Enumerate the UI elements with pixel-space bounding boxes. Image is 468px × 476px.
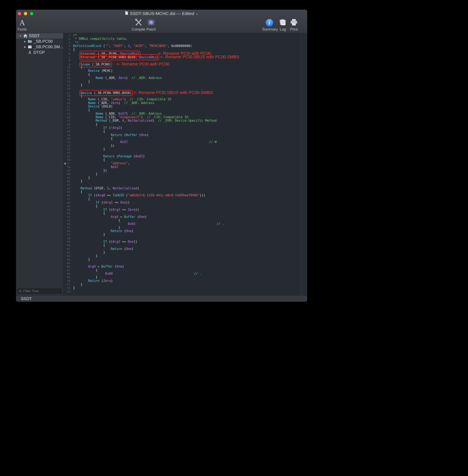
code-token: "MCHCSBUS"	[148, 44, 167, 48]
code-token: Device	[88, 69, 100, 73]
toolbar-button-compile[interactable]: Compile	[131, 18, 146, 32]
code-token: {	[73, 211, 105, 215]
code-token	[132, 91, 133, 95]
code-line: 29 Return (Buffer (One)	[63, 133, 300, 137]
toolbar-label: Compile	[131, 27, 146, 32]
line-number: 25	[63, 119, 72, 122]
device-icon	[27, 45, 32, 49]
code-token: // _ADR: Address	[132, 112, 162, 116]
code-token	[113, 272, 194, 276]
info-icon: i	[265, 19, 273, 27]
line-number: 10	[63, 66, 72, 69]
code-token: Method	[81, 187, 92, 190]
code-token: (_DSM,	[107, 119, 122, 122]
scrollbar-track[interactable]	[300, 33, 307, 296]
code-token: // _DSM: Device-Specific Method	[158, 119, 217, 122]
code-line: 60 {	[63, 244, 300, 247]
line-number: 54	[63, 222, 72, 226]
line-number: 49	[63, 205, 72, 208]
code-line: 28 {	[63, 130, 300, 133]
code-line: 35 Return (Package (0x02)	[63, 155, 300, 158]
code-token: * SMBus compatibility table.	[73, 37, 128, 41]
code-token: (	[107, 126, 111, 130]
code-token: 0x57	[118, 112, 126, 116]
code-line: 4DefinitionBlock ("", "SSDT", 2, "ACDT",…	[63, 44, 300, 48]
disclosure-triangle-icon[interactable]: ▶	[23, 45, 27, 48]
code-line: 33 }	[63, 148, 300, 151]
code-line: 67 {	[63, 268, 300, 272]
document-proxy-icon[interactable]	[125, 11, 128, 16]
line-number: 47	[63, 197, 72, 201]
line-number: 56	[63, 229, 72, 233]
code-token	[73, 229, 111, 233]
code-token: )	[132, 229, 133, 233]
line-number: 14	[63, 80, 72, 83]
toolbar-button-print[interactable]: Print	[287, 18, 301, 32]
code-line: 24 Name (_CID, "diagsvault") // _CID: Co…	[63, 116, 300, 119]
code-token: (_SB.PC00.SMBS.BUS0)	[92, 91, 132, 95]
line-number: 33	[63, 148, 72, 151]
line-number: 65	[63, 261, 72, 265]
line-number: 46	[63, 194, 72, 197]
code-line: 34	[63, 151, 300, 154]
code-token	[111, 63, 117, 66]
code-token: (MCHC)	[100, 69, 113, 73]
code-line: 66 Arg4 = Buffer (One)	[63, 265, 300, 268]
disclosure-triangle-icon[interactable]: ▼	[18, 34, 23, 37]
rename-annotation: <- Rename PCI0.SBUS with PC00.SMBS	[133, 90, 213, 95]
line-number: 3	[63, 41, 72, 44]
code-token: )	[137, 187, 139, 190]
code-line: 17 Device (_SB.PC00.SMBS.BUS0) <- Rename…	[63, 91, 300, 94]
code-line: 57 }	[63, 233, 300, 236]
code-token: }	[73, 275, 98, 279]
toolbar-button-patch[interactable]: Patch	[144, 18, 158, 32]
gutter-marker-dot[interactable]	[64, 163, 66, 164]
code-token: NotSerialized	[128, 119, 152, 122]
line-number: 62	[63, 251, 72, 254]
sidebar-item-ssdt[interactable]: ▼SSDT	[16, 33, 63, 39]
code-token: )	[124, 97, 130, 101]
disclosure-triangle-icon[interactable]: ▶	[23, 40, 27, 43]
sidebar-item-sb-pc00-sm[interactable]: ▶_SB.PC00.SM...	[16, 44, 63, 50]
code-editor[interactable]: 1/*2 * SMBus compatibility table.3 */4De…	[63, 33, 300, 296]
code-line: 30 {	[63, 137, 300, 140]
code-token: Arg2	[113, 240, 120, 244]
code-token: Arg1	[105, 201, 113, 204]
code-token: {	[73, 122, 98, 126]
code-token: }	[73, 80, 90, 83]
title-menu-chevron-icon[interactable]	[196, 11, 198, 16]
line-number: 1	[63, 34, 72, 37]
code-token: // _CID: Compatible ID	[147, 115, 188, 119]
line-number: 66	[63, 265, 72, 268]
code-token: (	[100, 279, 103, 283]
code-token	[128, 140, 209, 144]
sidebar-item-label: DTGP	[33, 50, 45, 55]
status-bar: SSDT	[16, 296, 307, 302]
code-token: )	[122, 265, 124, 268]
code-line: 3 */	[63, 41, 300, 44]
code-line: 69 }	[63, 276, 300, 279]
code-token: ,	[109, 44, 113, 48]
code-line: 1/*	[63, 34, 300, 37]
code-line: 50 If ((Arg2 == Zero))	[63, 208, 300, 211]
sidebar-item-label: SSDT	[29, 33, 40, 38]
code-token: Return	[111, 247, 122, 251]
code-line: 15 }	[63, 84, 300, 87]
toolbar-button-fonts[interactable]: A Fonts	[16, 18, 28, 32]
code-token: "diagsvault"	[118, 115, 141, 119]
code-line: 37 "address",	[63, 162, 300, 165]
code-token: Zero	[128, 208, 135, 211]
toolbar-button-summary[interactable]: i Summary	[262, 18, 277, 32]
code-token: DefinitionBlock	[73, 44, 101, 48]
code-token: ((	[107, 240, 113, 244]
filter-tree-input[interactable]	[17, 288, 62, 294]
home-icon	[23, 34, 28, 38]
sidebar-item-dtgp[interactable]: DTGP	[16, 50, 63, 55]
code-line: 25 Method (_DSM, 4, NotSerialized) // _D…	[63, 119, 300, 122]
code-token: One	[139, 215, 145, 219]
code-line: 47 {	[63, 197, 300, 201]
line-number: 8	[63, 59, 72, 62]
line-number: 45	[63, 190, 72, 194]
sidebar-item-sb-pc00[interactable]: ▶_SB.PC00	[16, 39, 63, 44]
code-token: ((	[92, 193, 98, 197]
